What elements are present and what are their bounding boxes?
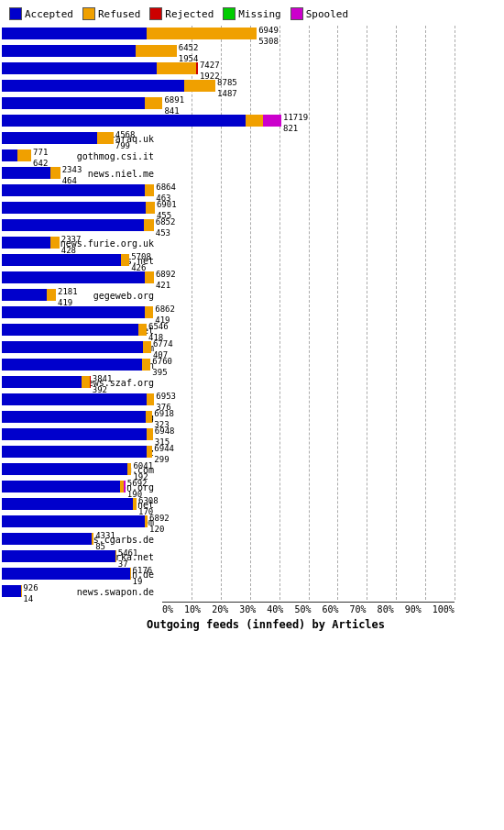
accepted-value: 926	[23, 583, 38, 594]
bar-area: 6546418	[2, 322, 455, 338]
bar-area: 6862419	[2, 304, 455, 321]
bar-segment	[2, 132, 97, 144]
bar-segment	[90, 376, 91, 388]
bar-segment	[144, 219, 153, 231]
x-ticks: 0%10%20%30%40%50%60%70%80%90%100%	[162, 603, 455, 614]
legend-accepted: Accepted	[9, 7, 73, 20]
bar-segment	[2, 289, 47, 301]
table-row: news.cmpublishers.com6892120	[2, 514, 502, 530]
accepted-value: 6918	[154, 409, 174, 420]
accepted-value: 2343	[62, 165, 82, 176]
x-tick: 90%	[405, 604, 422, 614]
bar-area: 2337428	[2, 235, 455, 251]
table-row: news.hispagatos.org64521954	[2, 43, 502, 60]
bar-segment	[143, 341, 151, 353]
table-row: news.1d4.us6891841	[2, 95, 502, 112]
legend-refused: Refused	[82, 7, 140, 20]
table-row: nntp.comgw.net6901455	[2, 200, 502, 216]
bar-segment	[2, 585, 21, 597]
accepted-value: 6041	[133, 461, 153, 472]
bar-track	[2, 550, 116, 563]
bar-segment	[2, 446, 147, 458]
bar-track	[2, 428, 153, 441]
accepted-value: 6176	[133, 566, 153, 577]
accepted-value: 6948	[155, 426, 175, 437]
accepted-value: 6862	[155, 304, 175, 315]
bar-area: 74271922	[2, 61, 455, 77]
bar-segment	[82, 376, 90, 388]
bar-segment	[145, 306, 154, 318]
bar-segment	[147, 393, 155, 405]
bar-area: 6760395	[2, 357, 455, 373]
bar-track	[2, 115, 281, 127]
bar-segment	[138, 324, 147, 336]
bar-segment	[115, 550, 116, 562]
bar-track	[2, 446, 152, 459]
bar-track	[2, 481, 126, 493]
bar-segment	[145, 97, 162, 109]
bar-track	[2, 62, 198, 75]
accepted-value: 6892	[149, 514, 170, 525]
bar-segment	[145, 515, 148, 527]
bar-segment	[2, 515, 145, 527]
legend-rejected: Rejected	[149, 7, 214, 20]
bar-track	[2, 306, 153, 319]
bar-segment	[133, 498, 137, 510]
x-tick: 60%	[322, 604, 338, 614]
table-row: mb-net.net6862419	[2, 304, 502, 321]
table-row: fu-berlin.de617619	[2, 566, 502, 582]
table-row: nyheter.lysator.liu.se74271922	[2, 61, 502, 77]
bar-segment	[97, 132, 114, 144]
bar-segment	[2, 202, 146, 214]
bar-segment	[2, 271, 145, 283]
bar-segment	[2, 481, 120, 492]
table-row: gegeweb.org2181419	[2, 287, 502, 304]
bar-segment	[2, 237, 50, 249]
bar-area: 64521954	[2, 43, 455, 60]
accepted-value: 6308	[138, 496, 159, 507]
table-row: nntp.terraraq.uk4568799	[2, 130, 502, 147]
missing-icon	[223, 7, 236, 20]
table-row: news.nntp4.net6892421	[2, 270, 502, 286]
table-row: news.niel.me2343464	[2, 165, 502, 182]
bar-track	[2, 568, 131, 581]
accepted-icon	[9, 7, 22, 20]
bar-segment	[2, 254, 121, 266]
accepted-value: 6953	[156, 392, 176, 403]
accepted-value: 6774	[153, 339, 173, 350]
accepted-value: 6891	[164, 95, 184, 106]
bar-segment	[2, 184, 145, 196]
bar-area: 69495308	[2, 26, 455, 42]
bar-segment	[146, 202, 155, 214]
bar-area: 4568799	[2, 130, 455, 147]
bar-segment	[2, 359, 142, 371]
bar-segment	[127, 463, 131, 475]
bar-segment	[2, 324, 138, 336]
bar-segment	[2, 341, 143, 353]
bar-segment	[2, 550, 115, 562]
legend-spooled-label: Spooled	[306, 8, 348, 20]
bar-area: 6852453	[2, 217, 455, 234]
bar-track	[2, 237, 60, 249]
legend-missing-label: Missing	[238, 8, 280, 20]
bar-segment	[2, 28, 147, 39]
bar-area: 6901455	[2, 200, 455, 216]
bar-segment	[50, 167, 60, 179]
bar-area: 11719821	[2, 113, 455, 129]
x-tick: 70%	[350, 604, 367, 614]
bar-segment	[2, 463, 127, 475]
x-tick: 20%	[212, 604, 228, 614]
bar-segment	[2, 306, 145, 318]
accepted-value: 11719	[283, 113, 308, 124]
x-axis-label: Outgoing feeds (innfeed) by Articles	[2, 618, 502, 631]
x-tick: 40%	[267, 604, 283, 614]
bar-segment	[157, 62, 197, 74]
legend-rejected-label: Rejected	[165, 8, 214, 20]
bar-segment	[121, 254, 130, 266]
accepted-value: 4568	[115, 130, 136, 141]
bar-segment	[2, 393, 147, 405]
bar-track	[2, 167, 60, 180]
bar-segment	[2, 376, 82, 388]
accepted-value: 6852	[156, 217, 176, 228]
x-tick: 10%	[184, 604, 201, 614]
